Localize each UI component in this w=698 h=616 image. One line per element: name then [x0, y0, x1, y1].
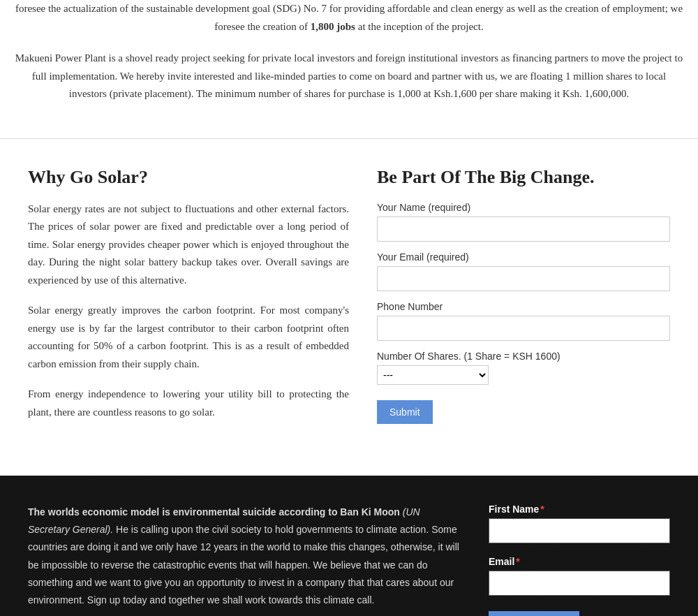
why-solar-title: Why Go Solar?: [28, 167, 349, 188]
top-paragraph-2: Makueni Power Plant is a shovel ready pr…: [14, 50, 684, 103]
first-name-required-star: *: [540, 504, 544, 515]
shares-field-group: Number Of Shares. (1 Share = KSH 1600) -…: [377, 351, 670, 385]
quote-body: He is calling upon the civil society to …: [28, 524, 459, 606]
email-field-group: Your Email (required): [377, 251, 670, 291]
newsletter-email-label: Email*: [489, 556, 670, 567]
shares-label: Number Of Shares. (1 Share = KSH 1600): [377, 351, 670, 362]
why-solar-para-2: Solar energy greatly improves the carbon…: [28, 302, 349, 373]
first-name-label: First Name*: [489, 504, 670, 515]
bottom-section: The worlds economic model is environment…: [0, 476, 698, 616]
subscribe-button[interactable]: Subscribe Now: [489, 611, 579, 616]
newsletter-email-input[interactable]: [489, 571, 670, 596]
phone-input[interactable]: [377, 316, 670, 341]
shares-select[interactable]: --- 100 500 1000 5000: [377, 365, 489, 385]
bottom-paragraph: The worlds economic model is environment…: [28, 504, 461, 609]
newsletter-form-area: First Name* Email* Subscribe Now: [489, 504, 670, 616]
middle-section: Why Go Solar? Solar energy rates are not…: [0, 138, 698, 476]
top-section: foresee the actualization of the sustain…: [0, 0, 698, 138]
bold-jobs: 1,800 jobs: [311, 21, 355, 32]
email-input[interactable]: [377, 266, 670, 291]
form-title: Be Part Of The Big Change.: [377, 167, 670, 188]
email-required-star: *: [516, 556, 519, 567]
signup-form-column: Be Part Of The Big Change. Your Name (re…: [377, 167, 670, 434]
why-solar-para-3: From energy independence to lowering you…: [28, 386, 349, 421]
first-name-input[interactable]: [489, 518, 670, 543]
name-label: Your Name (required): [377, 202, 670, 213]
why-solar-para-1: Solar energy rates are not subject to fl…: [28, 200, 349, 290]
phone-field-group: Phone Number: [377, 301, 670, 341]
bottom-quote-area: The worlds economic model is environment…: [28, 504, 461, 616]
phone-label: Phone Number: [377, 301, 670, 312]
quote-text-bold: The worlds economic model is environment…: [28, 506, 403, 518]
submit-button[interactable]: Submit: [377, 400, 433, 424]
name-input[interactable]: [377, 217, 670, 242]
why-solar-column: Why Go Solar? Solar energy rates are not…: [28, 167, 349, 434]
name-field-group: Your Name (required): [377, 202, 670, 242]
newsletter-email-group: Email*: [489, 556, 670, 606]
top-paragraph-1: foresee the actualization of the sustain…: [14, 0, 684, 36]
first-name-group: First Name*: [489, 504, 670, 553]
email-label: Your Email (required): [377, 251, 670, 263]
